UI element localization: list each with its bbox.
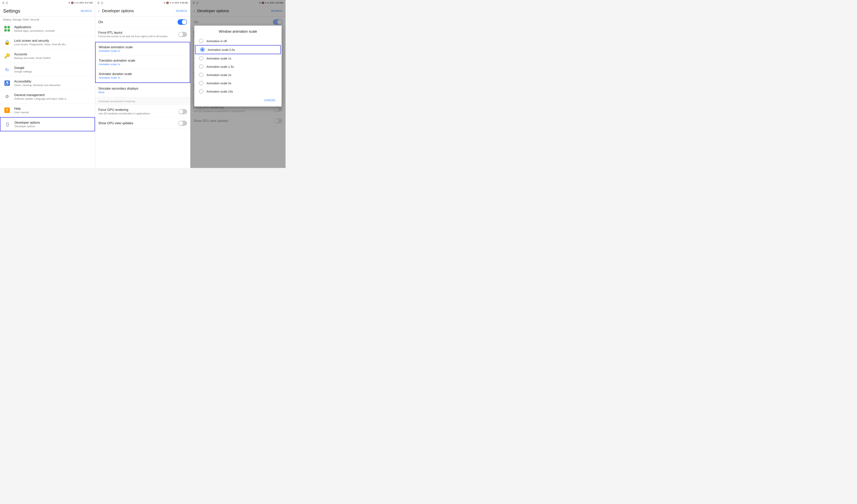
animation-group: Window animation scale Animation scale 1… (95, 42, 190, 83)
back-button[interactable]: ‹ (98, 8, 100, 13)
force-rtl-item[interactable]: Force RTL layout Forces the screen to be… (95, 28, 190, 41)
settings-list: Applications Default apps, permissions, … (0, 22, 95, 168)
window-animation-subtitle: Animation scale 1x (99, 49, 187, 52)
apps-icon (3, 25, 11, 33)
accessibility-subtitle: Vision, Hearing, Dexterity and interacti… (14, 84, 61, 87)
dialog-option-1x-label: Animation scale 1x (206, 57, 231, 60)
transition-animation-subtitle: Animation scale 1x (99, 63, 187, 66)
panel2-wifi: ▾ (170, 2, 171, 4)
dev-options-toggle-row: On (95, 17, 190, 28)
status-bar-2-left: ☰ 📋 (98, 2, 103, 4)
settings-item-accessibility[interactable]: ♿ Accessibility Vision, Hearing, Dexteri… (0, 76, 95, 90)
dialog-option-5x-label: Animation scale 5x (206, 82, 231, 85)
developer-options-title: Developer options (102, 8, 176, 13)
time-text: 9:47 AM (85, 2, 93, 4)
dialog-option-2x[interactable]: Animation scale 2x (194, 71, 282, 79)
force-gpu-toggle[interactable] (178, 109, 187, 114)
dialog-option-1-5x[interactable]: Animation scale 1.5x (194, 63, 282, 71)
developer-options-header: ‹ Developer options SEARCH (95, 5, 190, 17)
settings-item-general-management[interactable]: ⚙ General management Software update, La… (0, 90, 95, 104)
lock-icon: 🔒 (3, 38, 11, 46)
status-bar-2-right: N 🔇 ▾ ▪▪▪ 83% 9:48 AM (164, 2, 188, 4)
cancel-button[interactable]: CANCEL (262, 97, 279, 103)
window-animation-item[interactable]: Window animation scale Animation scale 1… (96, 42, 190, 56)
google-icon: G (3, 66, 11, 73)
accessibility-icon: ♿ (3, 79, 11, 87)
panel2-nfc: N (164, 2, 165, 4)
show-gpu-toggle[interactable] (178, 121, 187, 126)
mute-icon: 🔇 (71, 2, 74, 4)
accessibility-title: Accessibility (14, 80, 61, 83)
status-bar-2: ☰ 📋 N 🔇 ▾ ▪▪▪ 83% 9:48 AM (95, 0, 190, 5)
dev-options-list: On Force RTL layout Forces the screen to… (95, 17, 190, 168)
settings-item-google[interactable]: G Google Google settings (0, 63, 95, 76)
transition-animation-title: Transition animation scale (99, 59, 187, 63)
radio-5x (199, 81, 203, 85)
dialog-option-10x[interactable]: Animation scale 10x (194, 87, 282, 95)
settings-item-accounts[interactable]: 🔑 Accounts Backup and reset, Smart Switc… (0, 49, 95, 63)
wifi-icon: ▾ (74, 2, 76, 4)
settings-header: Settings SEARCH (0, 5, 95, 17)
settings-panel: ☰ 📋 N 🔇 ▾ ▪▪▪ 84% 9:47 AM Settings SEARC… (0, 0, 95, 168)
lock-screen-subtitle: Lock screen, Fingerprints, Irises, Find … (14, 43, 67, 46)
settings-item-lock-screen[interactable]: 🔒 Lock screen and security Lock screen, … (0, 36, 95, 49)
settings-title: Settings (3, 8, 81, 14)
accounts-subtitle: Backup and reset, Smart Switch (14, 56, 51, 59)
dialog-option-off[interactable]: Animation is off. (194, 37, 282, 45)
dialog-option-1-5x-label: Animation scale 1.5x (206, 65, 234, 68)
dialog-option-off-label: Animation is off. (206, 39, 228, 43)
status-bar-right: N 🔇 ▾ ▪▪▪ 84% 9:47 AM (69, 2, 93, 4)
dialog-option-10x-label: Animation scale 10x (206, 90, 233, 93)
developer-options-dialog-panel: ☰ 📋 N 🔇 ▾ ▪▪▪ 83% 9:48 AM ‹ Developer op… (190, 0, 286, 168)
settings-item-applications[interactable]: Applications Default apps, permissions, … (0, 22, 95, 36)
show-gpu-title: Show GPU view updates (98, 121, 178, 125)
force-rtl-toggle[interactable] (178, 32, 187, 37)
radio-off (199, 39, 203, 43)
lock-screen-title: Lock screen and security (14, 39, 67, 42)
settings-item-help[interactable]: ? Help User manual (0, 104, 95, 117)
simulate-displays-title: Simulate secondary displays (98, 87, 187, 90)
radio-0-5x (200, 48, 204, 52)
force-gpu-title: Force GPU rendering (98, 108, 178, 111)
panel2-battery: 83% (175, 2, 179, 4)
clipboard-icon: 📋 (5, 2, 8, 4)
radio-0-5x-inner (201, 49, 204, 51)
dialog-option-1x[interactable]: Animation scale 1x (194, 54, 282, 63)
applications-title: Applications (14, 25, 55, 29)
help-subtitle: User manual (14, 111, 29, 114)
radio-10x (199, 89, 203, 93)
animator-duration-title: Animator duration scale (99, 72, 187, 76)
panel2-clip-icon: 📋 (101, 2, 103, 4)
help-icon: ? (3, 106, 11, 114)
developer-options-panel: ☰ 📋 N 🔇 ▾ ▪▪▪ 83% 9:48 AM ‹ Developer op… (95, 0, 190, 168)
battery-text: 84% (80, 2, 84, 4)
dialog-option-0-5x[interactable]: Animation scale 0.5x (195, 45, 281, 54)
developer-options-title: Developer options (15, 121, 40, 124)
force-rtl-title: Force RTL layout (98, 31, 178, 34)
status-bar-1: ☰ 📋 N 🔇 ▾ ▪▪▪ 84% 9:47 AM (0, 0, 95, 5)
google-subtitle: Google settings (14, 70, 32, 73)
developer-options-subtitle: Developer options (15, 125, 40, 128)
panel2-notif-icon: ☰ (98, 2, 100, 4)
animator-duration-subtitle: Animation scale 1x (99, 76, 187, 79)
google-title: Google (14, 66, 32, 70)
general-management-subtitle: Software update, Language and input, Dat… (14, 97, 68, 100)
dev-options-toggle[interactable] (178, 19, 187, 25)
force-gpu-desc: Use 2D hardware acceleration in applicat… (98, 112, 178, 115)
settings-item-developer-options[interactable]: {} Developer options Developer options (0, 117, 95, 131)
search-button[interactable]: SEARCH (81, 10, 92, 12)
show-gpu-item[interactable]: Show GPU view updates (95, 118, 190, 129)
gear-icon: ⚙ (3, 93, 11, 101)
dialog-option-5x[interactable]: Animation scale 5x (194, 79, 282, 87)
accounts-title: Accounts (14, 53, 51, 56)
simulate-displays-item[interactable]: Simulate secondary displays None (95, 84, 190, 97)
hardware-rendering-header: Hardware-accelerated rendering (95, 97, 190, 105)
animator-duration-item[interactable]: Animator duration scale Animation scale … (96, 69, 190, 83)
panel2-signal: ▪▪▪ (172, 2, 174, 4)
force-rtl-desc: Forces the screen to be laid out from ri… (98, 35, 178, 38)
force-gpu-item[interactable]: Force GPU rendering Use 2D hardware acce… (95, 105, 190, 118)
transition-animation-item[interactable]: Transition animation scale Animation sca… (96, 56, 190, 69)
dev-search-button[interactable]: SEARCH (176, 10, 187, 12)
window-animation-title: Window animation scale (99, 46, 187, 49)
signal-icon: ▪▪▪ (77, 2, 79, 4)
